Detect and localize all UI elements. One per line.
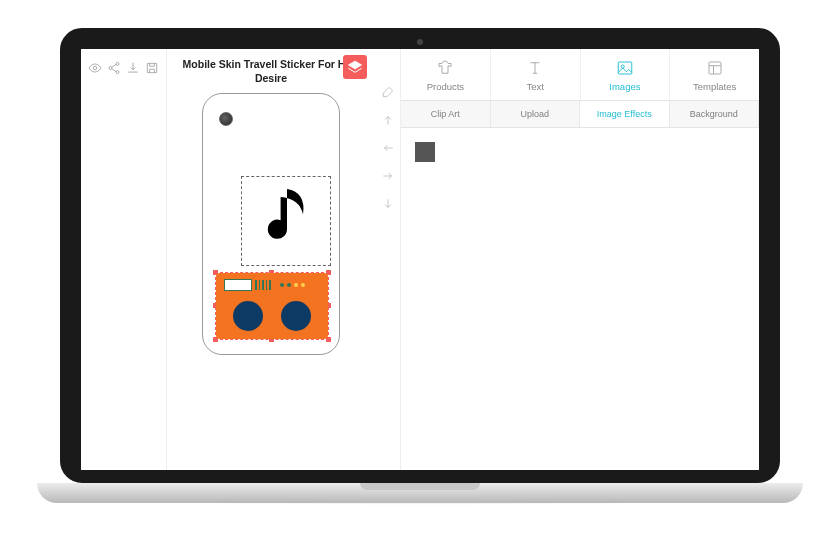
svg-point-1 <box>116 62 119 65</box>
tab-templates[interactable]: Templates <box>670 49 759 100</box>
svg-rect-5 <box>618 62 632 74</box>
radio-icon <box>216 273 328 339</box>
left-toolbar <box>81 49 167 470</box>
arrow-up-icon[interactable] <box>379 111 397 129</box>
radio-object[interactable] <box>215 272 329 340</box>
laptop-bezel: Mobile Skin Travell Sticker For HTC Desi… <box>60 28 780 483</box>
preview-icon[interactable] <box>87 59 102 77</box>
effects-panel <box>401 128 759 176</box>
tab-label: Products <box>427 81 465 92</box>
svg-point-0 <box>93 66 97 70</box>
svg-point-3 <box>116 71 119 74</box>
tab-label: Images <box>609 81 640 92</box>
subtab-upload[interactable]: Upload <box>491 101 581 127</box>
arrow-right-icon[interactable] <box>379 167 397 185</box>
resize-handle[interactable] <box>326 337 331 342</box>
laptop-notch <box>360 483 480 490</box>
tab-images[interactable]: Images <box>581 49 671 100</box>
svg-point-2 <box>109 67 112 70</box>
color-swatch[interactable] <box>415 142 435 162</box>
main-tabs: Products Text Images Templates <box>401 49 759 101</box>
laptop-camera <box>417 39 423 45</box>
product-title: Mobile Skin Travell Sticker For HTC Desi… <box>171 57 371 85</box>
subtab-background[interactable]: Background <box>670 101 760 127</box>
share-icon[interactable] <box>106 59 121 77</box>
music-note-object[interactable] <box>241 176 331 266</box>
save-icon[interactable] <box>145 59 160 77</box>
right-panel: Products Text Images Templates Clip Art … <box>401 49 759 470</box>
app-screen: Mobile Skin Travell Sticker For HTC Desi… <box>81 49 759 470</box>
side-toolbar <box>375 49 401 470</box>
svg-rect-7 <box>709 62 721 74</box>
subtab-clipart[interactable]: Clip Art <box>401 101 491 127</box>
tab-label: Templates <box>693 81 736 92</box>
music-note-icon <box>242 177 332 257</box>
download-icon[interactable] <box>126 59 141 77</box>
tab-text[interactable]: Text <box>491 49 581 100</box>
phone-camera-icon <box>219 112 233 126</box>
layers-button[interactable] <box>343 55 367 79</box>
tab-products[interactable]: Products <box>401 49 491 100</box>
laptop-mockup: Mobile Skin Travell Sticker For HTC Desi… <box>37 28 803 513</box>
arrow-down-icon[interactable] <box>379 195 397 213</box>
laptop-base <box>37 483 803 503</box>
phone-outline[interactable] <box>202 93 340 355</box>
arrow-left-icon[interactable] <box>379 139 397 157</box>
eraser-icon[interactable] <box>379 83 397 101</box>
sub-tabs: Clip Art Upload Image Effects Background <box>401 101 759 128</box>
subtab-image-effects[interactable]: Image Effects <box>580 101 670 127</box>
svg-rect-4 <box>148 63 157 72</box>
canvas-area: Mobile Skin Travell Sticker For HTC Desi… <box>167 49 375 470</box>
tab-label: Text <box>526 81 543 92</box>
